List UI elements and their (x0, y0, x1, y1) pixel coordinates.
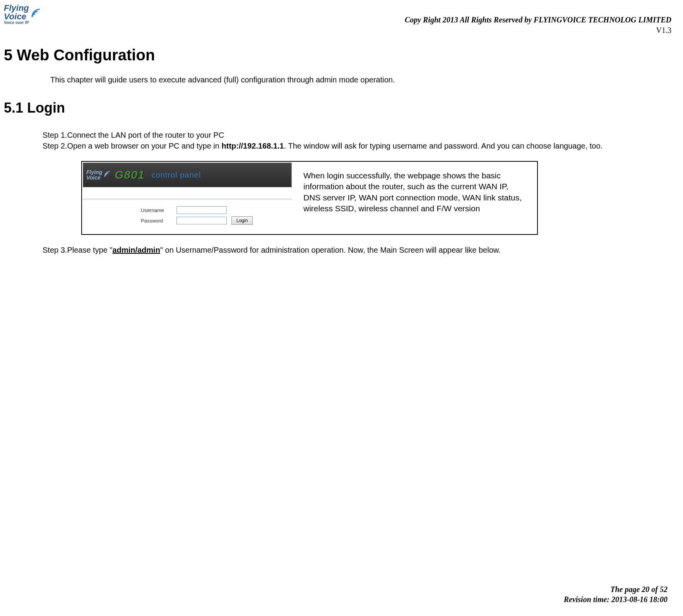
step-2: Step 2.Open a web browser on your PC and… (43, 140, 671, 151)
step-2-c: . The window will ask for typing usernam… (284, 142, 603, 150)
banner-logo-line2: Voice (86, 175, 102, 180)
login-figure: Flying Voice G801 control panel Username (81, 161, 538, 235)
login-panel: Flying Voice G801 control panel Username (83, 163, 292, 233)
banner-wifi-icon (104, 171, 111, 179)
intro-text: This chapter will guide users to execute… (50, 75, 671, 84)
step-3-c: " on Username/Password for administratio… (160, 246, 501, 254)
step-2-url: http://192.168.1.1 (222, 142, 284, 150)
panel-separator (83, 199, 292, 199)
username-label: Username (141, 207, 172, 213)
wifi-icon (31, 8, 41, 20)
login-form: Username Password Login (83, 203, 292, 233)
footer-revision: Revision time: 2013-08-16 18:00 (564, 594, 668, 604)
banner-logo: Flying Voice (86, 169, 111, 180)
banner-cp: control panel (152, 171, 201, 180)
page-footer: The page 20 of 52 Revision time: 2013-08… (564, 584, 668, 604)
version-text: V1.3 (405, 26, 671, 35)
logo-sub: Voice over IP (4, 21, 29, 25)
logo: Flying Voice Voice over IP (4, 4, 41, 25)
banner-model: G801 (115, 168, 144, 181)
page-header: Flying Voice Voice over IP Copy Right 20… (4, 4, 671, 35)
main-heading: 5 Web Configuration (4, 46, 671, 64)
login-note: When login successfully, the webpage sho… (292, 163, 536, 233)
login-button[interactable]: Login (231, 216, 253, 225)
username-input[interactable] (176, 206, 227, 214)
password-input[interactable] (176, 217, 227, 224)
password-label: Password (141, 218, 172, 224)
logo-line1: Flying (4, 4, 29, 12)
sub-heading: 5.1 Login (4, 100, 671, 116)
step-2-a: Step 2.Open a web browser on your PC and… (43, 142, 222, 150)
step-3-creds: admin/admin (113, 246, 160, 254)
copyright-text: Copy Right 2013 All Rights Reserved by F… (405, 15, 671, 24)
step-3: Step 3.Please type "admin/admin" on User… (43, 245, 671, 255)
panel-banner: Flying Voice G801 control panel (83, 163, 292, 187)
step-3-a: Step 3.Please type " (43, 246, 113, 254)
logo-line2: Voice (4, 12, 29, 21)
step-3-block: Step 3.Please type "admin/admin" on User… (43, 245, 671, 255)
footer-page: The page 20 of 52 (564, 584, 668, 594)
steps-block: Step 1.Connect the LAN port of the route… (43, 130, 671, 151)
banner-logo-line1: Flying (86, 169, 102, 175)
step-1: Step 1.Connect the LAN port of the route… (43, 130, 671, 140)
